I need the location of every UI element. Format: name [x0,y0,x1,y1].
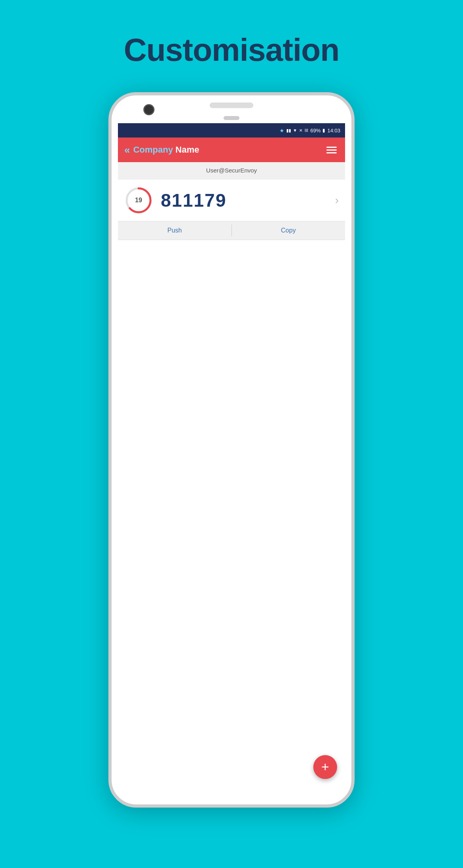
wifi-icon: ▼ [293,128,297,133]
app-bar-title: Company Name [133,145,199,155]
timer-circle: 19 [124,186,153,215]
phone-mockup: ★ ▮▮ ▼ ✕ ⅠⅠⅠ 69% ▮ 14:03 « Company Name [108,92,355,808]
content-area: + [118,240,345,789]
token-row: 19 811179 › [118,180,345,221]
hamburger-line-2 [326,149,337,151]
reception-icon: ⅠⅠⅠ [305,128,308,133]
bluetooth-icon: ★ [280,128,284,134]
hamburger-menu-button[interactable] [324,143,339,157]
signal-icon: ▮▮ [286,128,291,133]
app-bar: « Company Name [118,138,345,162]
name-label: Name [176,145,199,155]
phone-screen: ★ ▮▮ ▼ ✕ ⅠⅠⅠ 69% ▮ 14:03 « Company Name [118,123,345,789]
copy-button[interactable]: Copy [232,221,345,240]
username-label: User@SecurEnvoy [206,167,257,174]
phone-sensor [224,116,239,120]
phone-speaker [210,103,253,108]
fab-plus-icon: + [321,760,329,773]
fab-add-button[interactable]: + [313,755,337,779]
phone-camera [143,104,154,115]
push-button[interactable]: Push [118,221,232,240]
status-icons: ★ ▮▮ ▼ ✕ ⅠⅠⅠ 69% ▮ 14:03 [280,128,340,134]
token-code: 811179 [161,190,335,211]
hamburger-line-3 [326,152,337,153]
timer-seconds: 19 [135,197,142,204]
user-section: User@SecurEnvoy [118,162,345,180]
back-button[interactable]: « [124,145,130,155]
battery-icon: ▮ [322,128,325,133]
chevron-right-icon[interactable]: › [335,194,339,207]
status-bar: ★ ▮▮ ▼ ✕ ⅠⅠⅠ 69% ▮ 14:03 [118,123,345,138]
action-row: Push Copy [118,221,345,240]
company-label: Company [133,145,173,155]
page-title: Customisation [124,32,340,68]
battery-percent: 69% [310,128,320,134]
app-bar-left: « Company Name [124,145,199,155]
hamburger-line-1 [326,147,337,148]
phone-top-decoration [112,95,351,112]
network-icon: ✕ [299,128,303,133]
time-display: 14:03 [327,128,340,134]
